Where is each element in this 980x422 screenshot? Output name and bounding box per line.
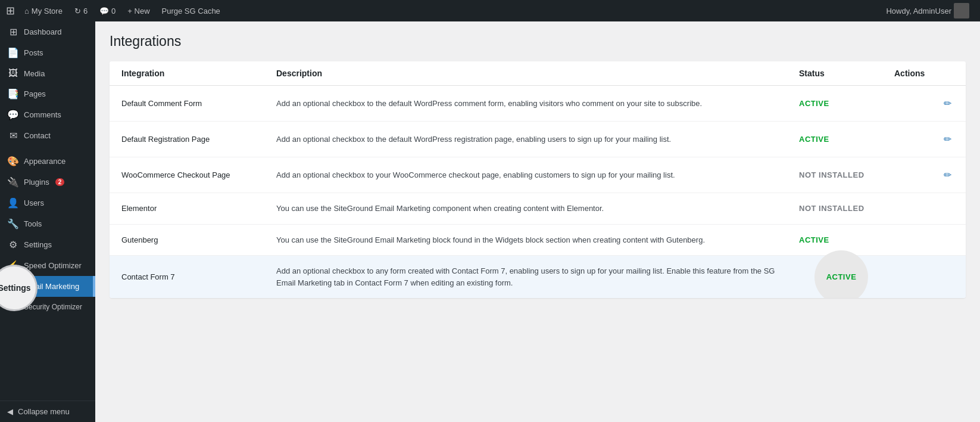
wp-logo-icon[interactable]: ⊞ [6, 4, 15, 17]
sidebar-label-media: Media [24, 69, 45, 78]
sidebar-label-dashboard: Dashboard [24, 27, 62, 36]
cell-actions: ✏ [894, 131, 954, 147]
new-label: + New [127, 7, 149, 15]
media-icon: 🖼 [7, 68, 19, 79]
edit-icon[interactable]: ✏ [941, 95, 954, 111]
collapse-label: Collapse menu [18, 407, 70, 416]
adminbar-my-store[interactable]: ⌂ My Store [20, 0, 67, 21]
home-icon: ⌂ [24, 7, 29, 15]
table-body: Default Comment Form Add an optional che… [110, 86, 966, 298]
sidebar-label-comments: Comments [24, 110, 61, 119]
table-row: Default Comment Form Add an optional che… [110, 86, 966, 122]
cell-actions: ✏ [894, 167, 954, 183]
dashboard-icon: ⊞ [7, 26, 19, 38]
settings-circle-label: Settings [0, 283, 31, 293]
cell-integration: Default Registration Page [121, 135, 276, 144]
cell-description: Add an optional checkbox to the default … [276, 98, 799, 110]
sidebar-item-media[interactable]: 🖼 Media [0, 63, 95, 83]
cell-integration: WooCommerce Checkout Page [121, 170, 276, 179]
main-content: Integrations Integration Description Sta… [95, 21, 980, 422]
cell-integration: Elementor [121, 204, 276, 213]
adminbar-user[interactable]: Howdy, AdminUser [881, 0, 974, 21]
collapse-menu-button[interactable]: ◀ Collapse menu [0, 401, 95, 422]
sidebar-item-users[interactable]: 👤 Users [0, 193, 95, 213]
cell-description: You can use the SiteGround Email Marketi… [276, 203, 799, 215]
cell-integration: Default Comment Form [121, 99, 276, 108]
col-header-status: Status [799, 69, 894, 78]
sidebar-label-security-optimizer: Security Optimizer [24, 303, 82, 311]
sidebar-item-appearance[interactable]: 🎨 Appearance [0, 151, 95, 172]
integrations-table: Integration Description Status Actions D… [110, 61, 966, 298]
comments-count: 0 [111, 7, 116, 15]
pages-icon: 📑 [7, 88, 19, 100]
updates-count: 6 [83, 7, 88, 15]
sidebar-label-pages: Pages [24, 89, 46, 98]
adminbar-purge[interactable]: Purge SG Cache [157, 0, 225, 21]
plugins-badge: 2 [55, 178, 65, 186]
col-header-integration: Integration [121, 69, 276, 78]
sidebar-label-settings: Settings [24, 240, 52, 249]
edit-icon[interactable]: ✏ [941, 167, 954, 183]
table-row: WooCommerce Checkout Page Add an optiona… [110, 157, 966, 193]
sidebar-item-settings[interactable]: ⚙ Settings [0, 234, 95, 255]
avatar [954, 3, 969, 18]
howdy-text: Howdy, AdminUser [886, 7, 951, 15]
table-row: Contact Form 7 Add an optional checkbox … [110, 256, 966, 298]
sidebar-item-contact[interactable]: ✉ Contact [0, 125, 95, 146]
sidebar-label-speed-optimizer: Speed Optimizer [24, 261, 82, 270]
table-row: Default Registration Page Add an optiona… [110, 122, 966, 157]
sidebar-item-posts[interactable]: 📄 Posts [0, 42, 95, 63]
sidebar: ⊞ Dashboard 📄 Posts 🖼 Media 📑 Pages 💬 Co… [0, 21, 95, 422]
col-header-actions: Actions [894, 69, 954, 78]
sidebar-label-plugins: Plugins [24, 178, 49, 187]
cell-description: You can use the SiteGround Email Marketi… [276, 234, 799, 246]
sidebar-item-comments[interactable]: 💬 Comments [0, 104, 95, 125]
adminbar-updates[interactable]: ↻ 6 [70, 0, 92, 21]
collapse-icon: ◀ [7, 407, 13, 416]
sidebar-label-contact: Contact [24, 131, 51, 140]
sidebar-item-plugins[interactable]: 🔌 Plugins 2 [0, 172, 95, 193]
cell-actions: ✏ [894, 95, 954, 111]
settings-icon: ⚙ [7, 239, 19, 250]
cell-status: ACTIVE [799, 135, 894, 144]
cell-integration: Contact Form 7 [121, 272, 276, 281]
appearance-icon: 🎨 [7, 156, 19, 167]
page-title: Integrations [110, 33, 966, 49]
table-row: Elementor You can use the SiteGround Ema… [110, 193, 966, 225]
sidebar-label-appearance: Appearance [24, 157, 65, 166]
col-header-description: Description [276, 69, 799, 78]
cell-status: ACTIVE [799, 99, 894, 108]
adminbar-comments[interactable]: 💬 0 [95, 0, 120, 21]
cell-status: ACTIVE [799, 235, 894, 244]
posts-icon: 📄 [7, 47, 19, 58]
comments-bubble-icon: 💬 [7, 109, 19, 120]
cell-status: NOT INSTALLED [799, 204, 894, 213]
plugins-icon: 🔌 [7, 176, 19, 188]
adminbar-new[interactable]: + New [123, 0, 154, 21]
sidebar-label-posts: Posts [24, 48, 43, 57]
cell-description: Add an optional checkbox to any form cre… [276, 265, 799, 288]
cell-description: Add an optional checkbox to your WooComm… [276, 169, 799, 181]
updates-icon: ↻ [74, 7, 81, 15]
cell-description: Add an optional checkbox to the default … [276, 134, 799, 145]
sidebar-item-dashboard[interactable]: ⊞ Dashboard [0, 21, 95, 42]
cell-integration: Gutenberg [121, 235, 276, 244]
edit-icon[interactable]: ✏ [941, 131, 954, 147]
sidebar-label-users: Users [24, 198, 44, 207]
tools-icon: 🔧 [7, 218, 19, 229]
my-store-label: My Store [32, 7, 63, 15]
comments-icon: 💬 [99, 7, 109, 15]
admin-bar: ⊞ ⌂ My Store ↻ 6 💬 0 + New Purge SG Cach… [0, 0, 980, 21]
sidebar-item-tools[interactable]: 🔧 Tools [0, 213, 95, 234]
sidebar-item-pages[interactable]: 📑 Pages [0, 83, 95, 104]
sidebar-label-tools: Tools [24, 219, 42, 228]
purge-label: Purge SG Cache [162, 7, 220, 15]
users-icon: 👤 [7, 197, 19, 209]
contact-icon: ✉ [7, 130, 19, 141]
table-header: Integration Description Status Actions [110, 61, 966, 86]
cell-status: NOT INSTALLED [799, 170, 894, 179]
